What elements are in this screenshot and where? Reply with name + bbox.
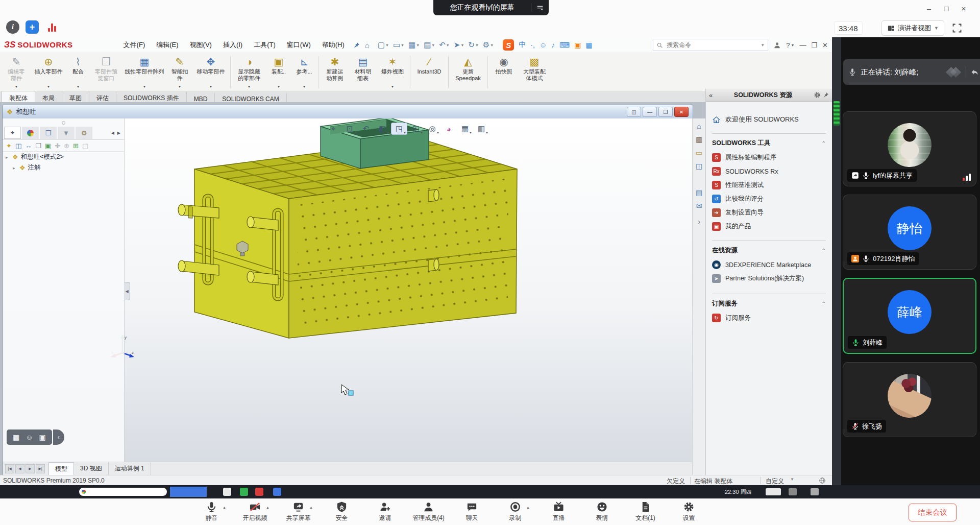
tree-tool-icon[interactable]: ✚ [55,142,60,150]
menu-item[interactable]: 视图(V) [184,38,217,52]
tab-nav-button[interactable]: ◀ [15,464,24,473]
task-pane-tab[interactable]: ◫ [693,159,705,173]
tree-tool-icon[interactable]: ⊕ [64,142,69,150]
tab-nav-button[interactable]: |◀ [5,464,14,473]
expand-caret-icon[interactable]: ▸ [13,165,17,171]
participant-tile[interactable]: 薛峰 刘薛峰 [843,278,976,354]
ime-button[interactable]: ♪ [551,40,555,50]
view-tool-button[interactable]: ▼ [474,123,489,134]
expand-caret-icon[interactable]: ▸ [6,155,10,160]
sw-restore-button[interactable]: ❐ [811,41,817,49]
manager-tab[interactable]: ⌖ [4,127,21,139]
meeting-toolbar-button[interactable]: 共享屏幕 ▲ [277,501,320,522]
taskbar-app-icon[interactable] [223,488,231,496]
tree-tool-icon[interactable]: ⊞ [73,142,79,150]
view-tool-button[interactable]: ▼ [391,123,407,135]
menu-item[interactable]: 窗口(W) [281,38,316,52]
task-pane-tab[interactable] [693,173,705,186]
quick-access-button[interactable]: ↶ ▼ [437,40,452,50]
collapse-icon[interactable]: « [709,91,713,99]
quick-access-button[interactable]: ⚙ ▼ [481,40,496,50]
caret-up-icon[interactable]: ▲ [266,506,270,509]
globe-icon[interactable] [819,477,826,484]
banner-menu-button[interactable] [531,4,549,12]
meeting-toolbar-button[interactable]: 录制 ▲ [494,501,537,522]
command-button[interactable]: ▼ [318,56,319,88]
model-tab[interactable]: 运动算例 1 [109,462,151,475]
taskbar-search[interactable] [79,488,167,496]
panel-handle[interactable] [62,121,65,125]
caret-up-icon[interactable]: ▲ [223,506,226,509]
view-mode-button[interactable]: 演讲者视图 ▼ [881,20,944,36]
tree-tool-icon[interactable]: ▢ [82,142,88,150]
meeting-toolbar-button[interactable]: 静音 ▲ [190,501,233,522]
task-pane-flyout-arrow[interactable]: › [698,218,700,226]
meeting-toolbar-button[interactable]: 管理成员(4) ▲ [407,501,450,522]
task-pane-tab[interactable]: ▤ [693,186,705,199]
meeting-toolbar-button[interactable]: 开启视频 ▲ [233,501,277,522]
fullscreen-button[interactable] [950,21,964,35]
quick-access-button[interactable]: ▭ ▼ [391,40,406,50]
view-tool-button[interactable]: ▼ [358,123,374,134]
view-tool-button[interactable]: ▼ [326,123,341,134]
section-title[interactable]: 订阅服务 ⌃ [712,299,826,308]
command-button[interactable]: ◉ 拍快照 ▼ [491,54,517,90]
quick-access-button[interactable]: ▤ ▼ [422,40,437,50]
doc-minimize-button[interactable]: — [643,107,657,117]
ime-button[interactable]: ▣ [574,40,581,50]
command-button[interactable]: ▼ [448,56,449,88]
taskbar-app-icon[interactable] [255,488,263,496]
tree-node[interactable]: ▸ ❖ 和想吐<模式2> [3,152,124,162]
menu-item[interactable]: 帮助(H) [316,38,350,52]
command-button[interactable]: ⊾ 参考... ▼ [293,54,315,90]
ime-float-icon[interactable]: ▣ [39,433,46,441]
search-input[interactable] [666,41,758,49]
pin-icon[interactable] [823,92,829,98]
view-tool-button[interactable]: ▼ [425,123,440,134]
ime-button[interactable]: ▦ [586,40,593,50]
tree-tool-icon[interactable]: ✦ [6,142,12,150]
view-tool-button[interactable]: ▼ [342,123,357,134]
command-button[interactable]: ▩ 大型装配 体模式 ▼ [520,54,549,90]
menu-item[interactable]: 工具(T) [248,38,281,52]
task-pane-tab[interactable]: ✉ [693,199,705,212]
model-tab[interactable]: 3D 视图 [74,462,109,475]
command-button[interactable]: ⌇ 配合 ▼ [68,54,88,90]
ime-collapse-button[interactable]: ‹ [53,429,64,445]
task-pane-tab[interactable]: ▭ [693,146,705,159]
task-pane-tab[interactable]: ▥ [693,133,705,146]
view-tool-button[interactable]: ▼ [441,123,456,134]
sidebar-scrollbar[interactable] [832,37,841,485]
meeting-toolbar-button[interactable]: 聊天 ▲ [450,501,494,522]
command-button[interactable]: ✱ 新建运 动算例 ▼ [322,54,348,90]
view-tool-button[interactable]: ▼ [408,123,424,134]
menu-item[interactable]: 插入(I) [217,38,248,52]
tree-tool-icon[interactable]: ❒ [35,142,41,150]
task-pane-item[interactable]: ▣ 我的产品 [712,220,826,233]
command-button[interactable]: ✶ 爆炸视图 ▼ [378,54,407,90]
tab-scroll-arrows[interactable]: ◀▶ [111,131,122,135]
participant-tile[interactable]: lyf的屏幕共享 [843,111,976,186]
task-pane-item[interactable]: ↺ 比较我的评分 [712,192,826,206]
participant-tile[interactable]: 静怡 072192肖静怡 [843,195,976,270]
quick-access-button[interactable]: ▢ ▼ [376,40,391,50]
command-button[interactable]: ✥ 移动零部件 ▼ [194,54,227,90]
caret-up-icon[interactable]: ▲ [309,506,313,509]
command-button[interactable]: ▤ 材料明 细表 ▼ [351,54,375,90]
command-button[interactable]: ∕ Instant3D ▼ [413,54,445,90]
ime-button[interactable]: ·, [530,40,535,50]
doc-close-button[interactable]: ✕ [674,107,689,117]
doc-restore-button[interactable]: ❐ [658,107,673,117]
command-button[interactable]: ✎ 智能扣 件 ▼ [168,54,191,90]
command-button[interactable]: ⊕ 插入零部件 ▼ [32,54,65,90]
command-button[interactable]: ▼ [230,56,231,88]
sogou-logo[interactable]: S [503,39,514,51]
manager-tab[interactable]: ▼ [58,127,75,139]
section-title[interactable]: 在线资源 ⌃ [712,246,826,255]
gear-icon[interactable] [814,91,821,99]
section-title[interactable]: SOLIDWORKS 工具 ⌃ [712,139,826,148]
command-button[interactable]: ◭ 更新 Speedpak ▼ [452,54,484,90]
taskbar-active-app[interactable] [170,487,207,497]
quick-access-button[interactable]: ▦ ▼ [406,40,422,50]
command-button[interactable]: ◑ 显示隐藏 的零部件 ▼ [234,54,264,90]
